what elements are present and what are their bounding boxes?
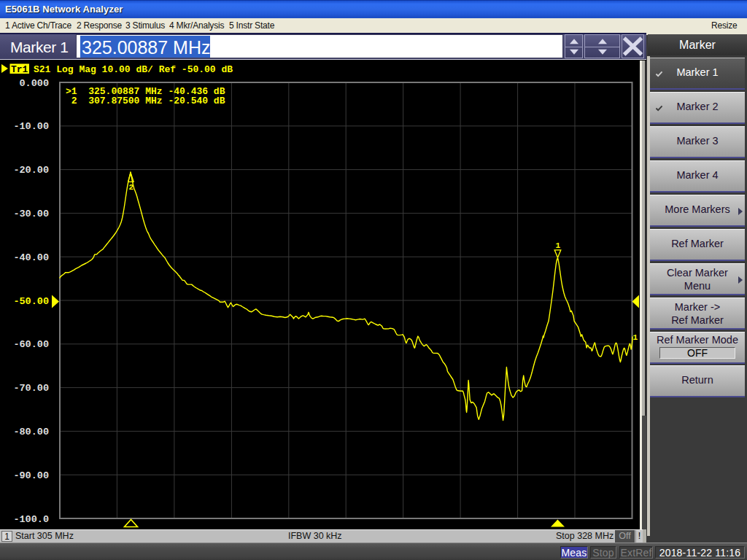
svg-text:1: 1 — [556, 241, 561, 250]
svg-text:-90.00: -90.00 — [13, 470, 49, 481]
svg-text:-60.00: -60.00 — [13, 339, 49, 350]
svg-text:-50.00: -50.00 — [13, 296, 49, 307]
svg-text:-40.00: -40.00 — [13, 252, 49, 263]
svg-text:2: 2 — [129, 183, 134, 192]
svg-text:-10.00: -10.00 — [13, 121, 49, 132]
svg-text:1: 1 — [633, 333, 638, 342]
svg-text:Tr1: Tr1 — [11, 64, 28, 75]
svg-text:-30.00: -30.00 — [13, 209, 49, 219]
svg-text:0.000: 0.000 — [19, 78, 49, 89]
svg-text:-20.00: -20.00 — [13, 165, 49, 176]
svg-text:2 307.87500 MHz -20.540 dB: 2 307.87500 MHz -20.540 dB — [66, 96, 225, 106]
svg-text:-100.0: -100.0 — [13, 514, 49, 525]
svg-text:-80.00: -80.00 — [13, 427, 49, 438]
svg-text:S21 Log Mag 10.00 dB/ Ref -50.: S21 Log Mag 10.00 dB/ Ref -50.00 dB — [34, 64, 233, 75]
svg-text:-70.00: -70.00 — [13, 383, 49, 394]
